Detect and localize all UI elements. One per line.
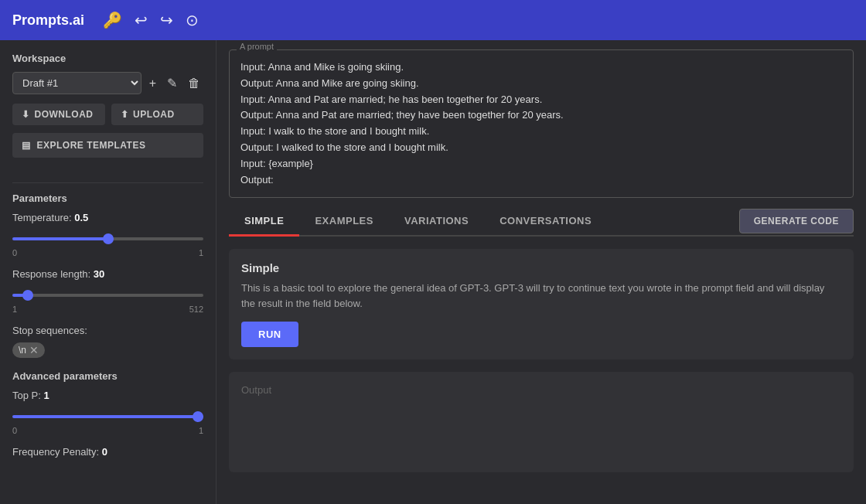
undo-icon[interactable]: ↩ <box>135 11 148 29</box>
download-button[interactable]: ⬇ DOWNLOAD <box>12 104 105 125</box>
explore-label: EXPLORE TEMPLATES <box>37 140 146 151</box>
temperature-value: 0.5 <box>74 212 88 223</box>
download-label: DOWNLOAD <box>35 109 94 120</box>
run-button[interactable]: RUN <box>241 322 298 347</box>
generate-code-button[interactable]: GENERATE CODE <box>739 209 854 233</box>
tab-examples[interactable]: EXAMPLES <box>299 207 389 237</box>
add-draft-button[interactable]: + <box>146 73 159 94</box>
draft-select[interactable]: Draft #1 Draft #2 Draft #3 <box>12 72 141 94</box>
tab-variations[interactable]: VARIATIONS <box>389 207 484 237</box>
tab-content-simple: Simple This is a basic tool to explore t… <box>229 237 854 495</box>
upload-label: UPLOAD <box>133 109 175 120</box>
simple-card-description: This is a basic tool to explore the gene… <box>241 281 841 311</box>
tab-conversations[interactable]: CONVERSATIONS <box>484 207 607 237</box>
response-length-value: 30 <box>94 268 104 280</box>
upload-icon: ⬆ <box>121 109 129 120</box>
simple-card-title: Simple <box>241 261 841 274</box>
github-icon[interactable]: ⊙ <box>186 11 199 29</box>
parameters-label: Parameters <box>12 192 203 204</box>
response-range-labels: 1 512 <box>12 305 203 314</box>
output-card: Output <box>229 372 854 472</box>
top-p-label: Top P: 1 <box>12 390 203 401</box>
action-buttons-row: ⬇ DOWNLOAD ⬆ UPLOAD <box>12 104 203 125</box>
workspace-controls: Draft #1 Draft #2 Draft #3 + ✎ 🗑 <box>12 72 203 94</box>
prompt-wrapper: Input: Anna and Mike is going skiing.Out… <box>229 49 854 207</box>
edit-draft-button[interactable]: ✎ <box>164 73 180 94</box>
prompt-label: A prompt <box>237 42 277 51</box>
temperature-slider[interactable] <box>12 237 203 240</box>
stop-sequences-label: Stop sequences: <box>12 325 203 336</box>
topbar: Prompts.ai 🔑 ↩ ↪ ⊙ <box>0 0 866 40</box>
key-icon[interactable]: 🔑 <box>103 11 122 29</box>
stop-tag: \n ✕ <box>12 342 45 358</box>
top-p-value: 1 <box>43 390 49 401</box>
temperature-range-labels: 0 1 <box>12 248 203 257</box>
response-length-label: Response length: 30 <box>12 268 203 280</box>
stop-tags-container: \n ✕ <box>12 342 203 358</box>
response-length-slider[interactable] <box>12 294 203 297</box>
redo-icon[interactable]: ↪ <box>160 11 173 29</box>
stop-tag-close-button[interactable]: ✕ <box>29 345 39 356</box>
delete-draft-button[interactable]: 🗑 <box>185 73 203 94</box>
prompt-box[interactable]: Input: Anna and Mike is going skiing.Out… <box>229 49 854 198</box>
upload-button[interactable]: ⬆ UPLOAD <box>111 104 204 125</box>
tab-simple[interactable]: SIMPLE <box>229 207 299 237</box>
stop-tag-value: \n <box>19 345 26 356</box>
sidebar: Workspace Draft #1 Draft #2 Draft #3 + ✎… <box>0 40 216 504</box>
top-p-range-labels: 0 1 <box>12 426 203 435</box>
output-placeholder: Output <box>241 384 841 396</box>
advanced-parameters-title: Advanced parameters <box>12 370 203 382</box>
top-p-slider-container <box>12 407 203 423</box>
workspace-label: Workspace <box>12 53 203 64</box>
frequency-label: Frequency Penalty: 0 <box>12 446 203 458</box>
main-layout: Workspace Draft #1 Draft #2 Draft #3 + ✎… <box>0 40 866 504</box>
response-length-slider-container <box>12 286 203 301</box>
temperature-slider-container <box>12 230 203 245</box>
tabs-bar: SIMPLE EXAMPLES VARIATIONS CONVERSATIONS… <box>229 207 854 237</box>
divider-1 <box>12 182 203 183</box>
top-p-slider[interactable] <box>12 415 203 418</box>
explore-templates-button[interactable]: ▤ EXPLORE TEMPLATES <box>12 133 203 158</box>
content-area: Input: Anna and Mike is going skiing.Out… <box>216 40 866 504</box>
template-icon: ▤ <box>22 140 31 151</box>
frequency-value: 0 <box>102 446 107 458</box>
simple-card: Simple This is a basic tool to explore t… <box>229 249 854 359</box>
download-icon: ⬇ <box>22 109 30 120</box>
app-title: Prompts.ai <box>12 12 84 29</box>
temperature-label: Temperature: 0.5 <box>12 212 203 223</box>
